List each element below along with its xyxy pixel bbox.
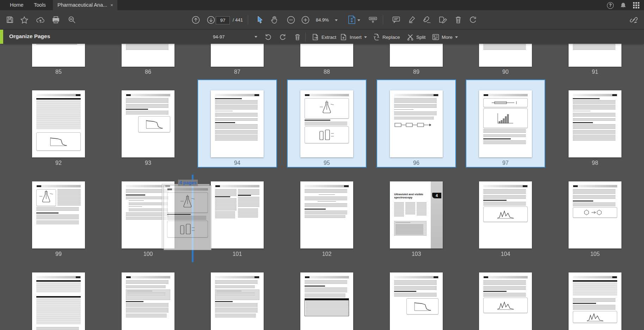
page-thumbnail-86[interactable]	[122, 44, 174, 67]
page-thumbnail-98[interactable]	[569, 90, 621, 157]
page-thumbnail-105[interactable]	[569, 181, 621, 248]
apps-grid-icon[interactable]	[633, 2, 640, 9]
page-thumbnail-102[interactable]	[300, 181, 353, 248]
drag-count-badge: 4 pages	[178, 180, 198, 186]
page-number-label: 104	[491, 251, 520, 257]
insert-label: Insert	[350, 35, 362, 40]
page-number-label: 85	[44, 69, 73, 75]
split-button[interactable]: Split	[407, 32, 425, 42]
organize-pages-title: Organize Pages	[9, 33, 50, 40]
page-thumbnail[interactable]	[390, 272, 443, 330]
document-tab-title: Pharmaceutical Ana...	[57, 2, 107, 8]
page-number-label: 96	[402, 160, 430, 166]
insert-chevron-icon	[364, 36, 367, 38]
more-button[interactable]: More	[432, 32, 458, 42]
page-range-value: 94-97	[213, 34, 225, 40]
page-thumbnail-95[interactable]	[300, 90, 353, 157]
page-thumbnail-89[interactable]	[390, 44, 443, 67]
delete-pages-trash-icon[interactable]	[293, 33, 302, 41]
fill-sign-pen-icon[interactable]	[423, 16, 431, 24]
zoom-out-icon[interactable]	[287, 16, 295, 24]
organize-pages-toolbar: Organize Pages 94-97 Extract Insert Repl…	[0, 29, 644, 44]
page-thumbnail-90[interactable]	[479, 44, 532, 67]
page-thumbnail-92[interactable]	[32, 90, 85, 157]
select-tool-cursor-icon[interactable]	[256, 16, 264, 24]
highlight-icon[interactable]	[407, 16, 416, 24]
page-thumbnail-97[interactable]	[479, 90, 532, 157]
hand-tool-icon[interactable]	[270, 16, 278, 24]
zoom-in-icon[interactable]	[301, 16, 309, 24]
star-favorite-icon[interactable]	[20, 16, 29, 24]
page-number-label: 95	[313, 160, 341, 166]
more-label: More	[442, 35, 453, 40]
insert-button[interactable]: Insert	[341, 32, 367, 42]
page-number-label: 91	[581, 69, 609, 75]
find-search-icon[interactable]	[68, 16, 76, 24]
next-page-icon[interactable]	[207, 16, 215, 24]
replace-button[interactable]: Replace	[373, 32, 400, 42]
document-tab[interactable]: Pharmaceutical Ana... ×	[53, 0, 117, 10]
toolbar-toggle-icon[interactable]	[369, 16, 377, 24]
page-thumbnail-94[interactable]	[211, 90, 264, 157]
toolbar-separator	[383, 15, 383, 24]
toolbar-separator	[248, 15, 248, 24]
previous-page-icon[interactable]	[191, 16, 200, 24]
rotate-counterclockwise-icon[interactable]	[264, 33, 272, 41]
page-number-label: 93	[134, 160, 162, 166]
tab-bar: Home Tools Pharmaceutical Ana... × ?	[0, 0, 644, 10]
tools-tab[interactable]: Tools	[34, 0, 46, 10]
notifications-bell-icon[interactable]	[620, 2, 626, 9]
page-thumbnail-96[interactable]	[390, 90, 443, 157]
page-thumbnail[interactable]	[32, 272, 85, 330]
close-tab-icon[interactable]: ×	[109, 0, 115, 10]
page-thumbnail-103[interactable]: 4Ultraviolet and visible spectroscopy	[390, 181, 443, 248]
page-thumbnail[interactable]	[122, 272, 174, 330]
page-thumbnail-99[interactable]	[32, 181, 85, 248]
fit-page-icon[interactable]	[348, 16, 356, 24]
page-thumbnail[interactable]	[569, 272, 621, 330]
page-total-label: / 441	[233, 17, 243, 23]
fit-page-dropdown-chevron-icon[interactable]	[357, 19, 360, 21]
page-range-select[interactable]: 94-97	[208, 32, 261, 42]
share-link-icon[interactable]	[630, 16, 638, 24]
zoom-dropdown-chevron-icon[interactable]	[335, 19, 338, 21]
edit-page-icon[interactable]	[438, 16, 447, 24]
toolbar-separator	[305, 32, 306, 42]
page-thumbnail-85[interactable]	[32, 44, 85, 67]
rotate-clockwise-icon[interactable]	[278, 33, 287, 41]
zoom-percent-label[interactable]: 84.9%	[316, 17, 329, 23]
split-label: Split	[416, 35, 425, 40]
page-number-input[interactable]	[216, 16, 230, 24]
delete-trash-icon[interactable]	[454, 16, 462, 24]
page-number-label: 99	[44, 251, 73, 257]
redo-refresh-icon[interactable]	[469, 16, 477, 24]
acrobat-window: Home Tools Pharmaceutical Ana... × ?	[0, 0, 644, 330]
page-number-label: 97	[491, 160, 520, 166]
print-icon[interactable]	[51, 16, 60, 24]
page-number-label: 90	[491, 69, 520, 75]
page-number-label: 101	[223, 251, 251, 257]
page-number-label: 86	[134, 69, 162, 75]
page-number-label: 87	[223, 69, 251, 75]
page-thumbnail-87[interactable]	[211, 44, 264, 67]
page-thumbnail-93[interactable]	[122, 90, 174, 157]
page-thumbnail-88[interactable]	[300, 44, 353, 67]
page-number-label: 92	[44, 160, 73, 166]
page-thumbnail-91[interactable]	[569, 44, 621, 67]
extract-label: Extract	[321, 35, 336, 40]
home-tab[interactable]: Home	[10, 0, 24, 10]
help-icon[interactable]: ?	[607, 2, 614, 9]
page-number-label: 100	[134, 251, 162, 257]
save-icon[interactable]	[6, 16, 14, 24]
share-upload-cloud-icon[interactable]	[36, 16, 44, 24]
page-thumbnail[interactable]	[479, 272, 532, 330]
replace-label: Replace	[382, 35, 400, 40]
page-thumbnail[interactable]	[300, 272, 353, 330]
page-thumbnail-101[interactable]	[211, 181, 264, 248]
extract-button[interactable]: Extract	[312, 32, 336, 42]
comment-icon[interactable]	[392, 16, 400, 24]
page-thumbnail[interactable]	[211, 272, 264, 330]
more-chevron-icon	[455, 36, 458, 38]
main-toolbar: / 441 84.9%	[0, 10, 644, 29]
page-thumbnail-104[interactable]	[479, 181, 532, 248]
